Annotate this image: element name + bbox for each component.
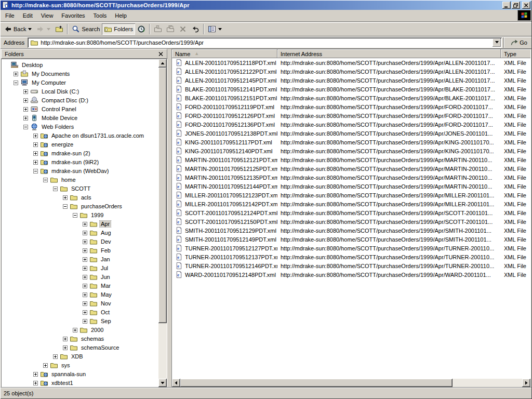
folders-button[interactable]: Folders bbox=[102, 23, 135, 35]
pane-splitter[interactable] bbox=[167, 49, 171, 388]
tree-item-compact-disc-d[interactable]: Compact Disc (D:) bbox=[2, 96, 158, 104]
file-row-martin-2001101709512135pdt-xml[interactable]: eMARTIN-2001101709512135PDT.xmlhttp://md… bbox=[172, 173, 530, 182]
menu-favorites[interactable]: Favorites bbox=[57, 11, 89, 21]
menu-tools[interactable]: Tools bbox=[89, 11, 111, 21]
address-dropdown-button[interactable] bbox=[493, 38, 501, 47]
tree-item-may[interactable]: May bbox=[2, 290, 158, 299]
expand-toggle-icon[interactable] bbox=[83, 248, 87, 252]
expand-toggle-icon[interactable] bbox=[83, 265, 87, 270]
tree-item-feb[interactable]: Feb bbox=[2, 246, 158, 255]
collapse-toggle-icon[interactable] bbox=[73, 212, 77, 217]
tree-item-home[interactable]: home bbox=[2, 175, 158, 184]
move-to-button[interactable] bbox=[152, 23, 164, 35]
expand-toggle-icon[interactable] bbox=[63, 336, 68, 341]
tree-item-apache-on-dlsun1731-us-oracle-com[interactable]: Apache on dlsun1731.us.oracle.com bbox=[2, 131, 158, 140]
file-row-smith-2001101709512149pdt-xml[interactable]: eSMITH-2001101709512149PDT.xmlhttp://mdr… bbox=[172, 235, 530, 244]
tree-item-schemasource[interactable]: schemaSource bbox=[2, 343, 158, 352]
search-button[interactable]: Search bbox=[70, 23, 102, 35]
minimize-button[interactable] bbox=[502, 2, 511, 9]
expand-toggle-icon[interactable] bbox=[23, 107, 28, 111]
expand-toggle-icon[interactable] bbox=[83, 301, 87, 305]
expand-toggle-icon[interactable] bbox=[83, 274, 87, 279]
expand-toggle-icon[interactable] bbox=[23, 98, 28, 102]
chevron-down-icon[interactable] bbox=[28, 23, 32, 35]
file-row-turner-2001101709512146pdt-xml[interactable]: eTURNER-2001101709512146PDT.xmlhttp://md… bbox=[172, 261, 530, 270]
scrollbar-thumb[interactable] bbox=[180, 379, 453, 387]
expand-toggle-icon[interactable] bbox=[33, 133, 38, 138]
tree-item-xdb[interactable]: XDB bbox=[2, 352, 158, 361]
close-folders-icon[interactable] bbox=[157, 50, 165, 57]
expand-toggle-icon[interactable] bbox=[53, 354, 58, 358]
file-row-martin-2001101709512125pdt-xml[interactable]: eMARTIN-2001101709512125PDT.xmlhttp://md… bbox=[172, 164, 530, 173]
file-row-allen-2001101709512145pdt-xml[interactable]: eALLEN-2001101709512145PDT.xmlhttp://mdr… bbox=[172, 76, 530, 85]
tree-item-schemas[interactable]: schemas bbox=[2, 334, 158, 343]
expand-toggle-icon[interactable] bbox=[33, 151, 38, 155]
menu-help[interactable]: Help bbox=[111, 11, 131, 21]
file-row-scott-2001101709512124pdt-xml[interactable]: eSCOTT-2001101709512124PDT.xmlhttp://mdr… bbox=[172, 208, 530, 217]
collapse-toggle-icon[interactable] bbox=[33, 168, 38, 173]
tree-item-mdrake-sun-9ir2[interactable]: mdrake-sun (9iR2) bbox=[2, 157, 158, 166]
expand-toggle-icon[interactable] bbox=[83, 230, 87, 235]
collapse-toggle-icon[interactable] bbox=[63, 204, 68, 208]
tree-item-1999[interactable]: 1999 bbox=[2, 210, 158, 219]
expand-toggle-icon[interactable] bbox=[33, 142, 38, 147]
tree-item-apr[interactable]: Apr bbox=[2, 219, 158, 228]
tree-item-desktop[interactable]: Desktop bbox=[2, 60, 158, 69]
file-row-ford-2001101709512126pdt-xml[interactable]: eFORD-2001101709512126PDT.xmlhttp://mdra… bbox=[172, 111, 530, 120]
back-button[interactable]: Back bbox=[2, 23, 34, 35]
expand-toggle-icon[interactable] bbox=[63, 345, 68, 350]
menu-view[interactable]: View bbox=[37, 11, 58, 21]
tree-item-local-disk-c[interactable]: Local Disk (C:) bbox=[2, 87, 158, 96]
tree-item-mar[interactable]: Mar bbox=[2, 281, 158, 290]
views-button[interactable] bbox=[206, 23, 224, 35]
tree-item-purchaseorders[interactable]: purchaseOrders bbox=[2, 202, 158, 210]
column-header-name[interactable]: Name ▲ bbox=[172, 49, 277, 58]
address-input[interactable]: http://mdrake-sun:8080/home/SCOTT/purcha… bbox=[28, 37, 502, 48]
file-row-allen-2001101709512118pdt-xml[interactable]: eALLEN-2001101709512118PDT.xmlhttp://mdr… bbox=[172, 58, 530, 67]
scroll-up-icon[interactable] bbox=[158, 59, 167, 68]
collapse-toggle-icon[interactable] bbox=[53, 186, 58, 191]
file-row-martin-2001101709512121pdt-xml[interactable]: eMARTIN-2001101709512121PDT.xmlhttp://md… bbox=[172, 155, 530, 164]
expand-toggle-icon[interactable] bbox=[33, 380, 38, 385]
tree-item-2000[interactable]: 2000 bbox=[2, 325, 158, 334]
close-button[interactable] bbox=[522, 2, 530, 9]
tree-item-scott[interactable]: SCOTT bbox=[2, 184, 158, 193]
column-header-type[interactable]: Type bbox=[501, 49, 530, 58]
copy-to-button[interactable] bbox=[164, 23, 177, 35]
file-row-jones-2001101709512138pdt-xml[interactable]: eJONES-2001101709512138PDT.xmlhttp://mdr… bbox=[172, 129, 530, 138]
chevron-down-icon[interactable] bbox=[218, 23, 222, 35]
expand-toggle-icon[interactable] bbox=[83, 239, 87, 244]
tree-item-oct[interactable]: Oct bbox=[2, 308, 158, 316]
tree-item-aug[interactable]: Aug bbox=[2, 228, 158, 237]
file-row-ward-2001101709512148pdt-xml[interactable]: eWARD-2001101709512148PDT.xmlhttp://mdra… bbox=[172, 270, 530, 279]
tree-item-jul[interactable]: Jul bbox=[2, 263, 158, 272]
expand-toggle-icon[interactable] bbox=[33, 159, 38, 164]
file-row-ford-2001101709512136pdt-xml[interactable]: eFORD-2001101709512136PDT.xmlhttp://mdra… bbox=[172, 120, 530, 129]
go-button[interactable]: Go bbox=[508, 37, 530, 48]
tree-item-sep[interactable]: Sep bbox=[2, 316, 158, 325]
scroll-left-icon[interactable] bbox=[172, 379, 180, 387]
expand-toggle-icon[interactable] bbox=[83, 257, 87, 261]
tree-item-nov[interactable]: Nov bbox=[2, 299, 158, 308]
tree-item-mobile-device[interactable]: Mobile Device bbox=[2, 113, 158, 122]
collapse-toggle-icon[interactable] bbox=[23, 124, 28, 129]
expand-toggle-icon[interactable] bbox=[33, 371, 38, 376]
file-row-scott-2001101709512150pdt-xml[interactable]: eSCOTT-2001101709512150PDT.xmlhttp://mdr… bbox=[172, 217, 530, 226]
tree-item-sys[interactable]: sys bbox=[2, 361, 158, 369]
collapse-toggle-icon[interactable] bbox=[14, 80, 18, 85]
ie-page-icon[interactable] bbox=[2, 1, 10, 9]
tree-item-web-folders[interactable]: Web Folders bbox=[2, 122, 158, 131]
file-row-miller-2001101709512142pdt-xml[interactable]: eMILLER-2001101709512142PDT.xmlhttp://md… bbox=[172, 200, 530, 208]
history-button[interactable] bbox=[135, 23, 148, 35]
up-button[interactable] bbox=[53, 23, 65, 35]
file-row-king-2001101709512140pdt-xml[interactable]: eKING-2001101709512140PDT.xmlhttp://mdra… bbox=[172, 147, 530, 155]
tree-vertical-scrollbar[interactable] bbox=[158, 59, 167, 387]
file-row-miller-2001101709512123pdt-xml[interactable]: eMILLER-2001101709512123PDT.xmlhttp://md… bbox=[172, 191, 530, 200]
tree-item-spannala-sun[interactable]: spannala-sun bbox=[2, 369, 158, 378]
tree-item-mdrake-sun-webdav[interactable]: mdrake-sun (WebDav) bbox=[2, 166, 158, 175]
tree-item-jun[interactable]: Jun bbox=[2, 272, 158, 281]
expand-toggle-icon[interactable] bbox=[43, 363, 48, 367]
undo-button[interactable] bbox=[189, 23, 202, 35]
file-row-turner-2001101709512137pdt-xml[interactable]: eTURNER-2001101709512137PDT.xmlhttp://md… bbox=[172, 252, 530, 261]
file-row-smith-2001101709512129pdt-xml[interactable]: eSMITH-2001101709512129PDT.xmlhttp://mdr… bbox=[172, 226, 530, 235]
